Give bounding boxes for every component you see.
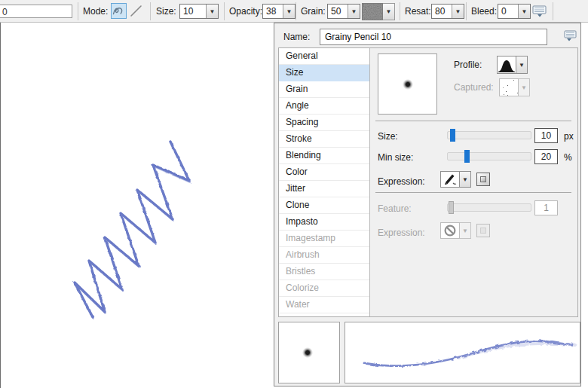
expression-combobox[interactable]: ▼	[440, 171, 471, 188]
expression-label: Expression:	[378, 176, 425, 187]
dropdown-arrow-icon[interactable]: ▼	[518, 5, 530, 18]
profile-combobox[interactable]: ▼	[497, 56, 528, 74]
toolbar-partial-value: 0	[2, 7, 8, 17]
feature-slider-handle	[449, 201, 454, 214]
mode-straight-line-button[interactable]	[128, 3, 144, 19]
category-item-label: Blending	[286, 150, 321, 160]
brush-properties-dialog: Name: General Size Grain Angle Spacing S…	[274, 23, 581, 386]
category-item-label: Spacing	[286, 117, 318, 127]
toolbar-separator	[466, 2, 467, 20]
category-item-angle[interactable]: Angle	[279, 98, 369, 115]
category-item-label: Water	[286, 299, 310, 310]
brush-stroke-preview-box	[345, 322, 580, 383]
panel-list-icon	[532, 5, 547, 17]
profile-dome-icon	[497, 56, 516, 74]
bleed-value: 0	[498, 5, 518, 18]
dropdown-arrow-icon[interactable]: ▼	[283, 5, 295, 18]
paper-texture-dropdown-arrow[interactable]: ▼	[383, 3, 395, 20]
settings-pane: Profile: ▼ Captured: ▼	[371, 48, 577, 316]
category-list: General Size Grain Angle Spacing Stroke …	[279, 48, 370, 316]
size-slider[interactable]	[447, 131, 531, 139]
dropdown-arrow-icon[interactable]: ▼	[452, 5, 464, 18]
category-item-label: Bristles	[286, 266, 315, 276]
category-item-label: Jitter	[286, 183, 305, 194]
section-divider	[375, 192, 571, 193]
resat-value: 80	[432, 5, 452, 18]
category-item-label: Airbrush	[286, 249, 320, 260]
category-item-blending[interactable]: Blending	[279, 148, 369, 164]
dropdown-arrow-icon[interactable]: ▼	[460, 171, 471, 188]
category-item-water[interactable]: Water	[279, 297, 369, 313]
resat-combobox[interactable]: 80 ▼	[431, 4, 464, 19]
panel-list-icon	[564, 30, 577, 41]
category-item-label: Colorize	[286, 283, 319, 293]
freehand-squiggle-icon	[112, 4, 126, 18]
size-unit-label: px	[564, 131, 574, 142]
size-value-box[interactable]: 10	[534, 128, 558, 143]
resat-label: Resat:	[405, 6, 431, 17]
category-item-airbrush[interactable]: Airbrush	[279, 247, 369, 264]
dropdown-arrow-icon[interactable]: ▼	[348, 5, 360, 18]
bleed-label: Bleed:	[471, 6, 497, 17]
size-value: 10	[180, 5, 206, 18]
category-item-color[interactable]: Color	[279, 164, 369, 181]
dropdown-arrow-icon: ▼	[460, 222, 471, 239]
app-window: 0 Mode: Size: 10 ▼ Opacity: 38 ▼ Grain:	[0, 0, 588, 388]
category-item-imagestamp[interactable]: Imagestamp	[279, 231, 369, 247]
feature-value-box: 1	[534, 200, 558, 215]
opacity-combobox[interactable]: 38 ▼	[262, 4, 296, 19]
brush-dab-preview-box	[278, 322, 340, 383]
brush-name-input[interactable]	[320, 29, 547, 45]
dab-preview-box	[378, 53, 437, 115]
category-item-spacing[interactable]: Spacing	[279, 115, 369, 131]
category-item-colorize[interactable]: Colorize	[279, 280, 369, 297]
category-item-general[interactable]: General	[279, 48, 369, 65]
dialog-content: General Size Grain Angle Spacing Stroke …	[278, 47, 578, 317]
category-item-grain[interactable]: Grain	[279, 81, 369, 98]
straight-line-icon	[129, 4, 143, 18]
size-label: Size:	[156, 6, 176, 17]
dropdown-arrow-icon[interactable]: ▼	[516, 56, 528, 74]
category-item-stroke[interactable]: Stroke	[279, 131, 369, 148]
toolbar-partial-input[interactable]: 0	[0, 5, 72, 18]
category-item-clone[interactable]: Clone	[279, 197, 369, 214]
bleed-combobox[interactable]: 0 ▼	[498, 4, 531, 19]
min-size-slider-handle[interactable]	[464, 150, 470, 163]
toolbar-separator	[224, 2, 225, 20]
pencil-scribble-stroke	[56, 130, 229, 334]
category-item-label: Imagestamp	[286, 233, 335, 243]
mode-freehand-button[interactable]	[111, 3, 127, 19]
category-item-jitter[interactable]: Jitter	[279, 181, 369, 197]
grain-value: 50	[328, 5, 348, 18]
dropdown-arrow-icon[interactable]: ▼	[206, 5, 218, 18]
grain-combobox[interactable]: 50 ▼	[327, 4, 360, 19]
feature-label: Feature:	[378, 203, 412, 214]
category-item-impasto[interactable]: Impasto	[279, 214, 369, 231]
toolbar-separator	[150, 2, 151, 20]
name-label: Name:	[283, 32, 310, 42]
category-item-label: Clone	[286, 200, 309, 210]
expression-invert-button[interactable]	[476, 173, 490, 186]
expression2-combobox: ▼	[440, 222, 471, 239]
advanced-controls-button[interactable]	[532, 5, 547, 20]
dropdown-arrow-icon: ▼	[519, 78, 530, 96]
category-item-label: Impasto	[286, 216, 318, 227]
section-divider	[375, 121, 571, 121]
category-item-label: Stroke	[286, 133, 312, 144]
opacity-label: Opacity:	[229, 6, 262, 17]
min-size-slider[interactable]	[447, 152, 531, 160]
mode-label: Mode:	[83, 6, 108, 17]
toolbar-separator	[78, 2, 78, 20]
size-slider-handle[interactable]	[450, 129, 455, 142]
profile-label: Profile:	[454, 60, 482, 70]
category-item-label: Color	[286, 167, 308, 177]
dialog-options-button[interactable]	[564, 30, 577, 44]
feature-slider	[447, 203, 531, 212]
size-combobox[interactable]: 10 ▼	[179, 4, 219, 19]
min-size-value-box[interactable]: 20	[534, 149, 558, 164]
stroke-preview-curve	[345, 322, 580, 383]
paper-texture-icon	[363, 4, 383, 20]
category-item-size[interactable]: Size	[279, 65, 369, 81]
category-item-bristles[interactable]: Bristles	[279, 264, 369, 280]
paper-texture-swatch[interactable]	[362, 3, 383, 20]
